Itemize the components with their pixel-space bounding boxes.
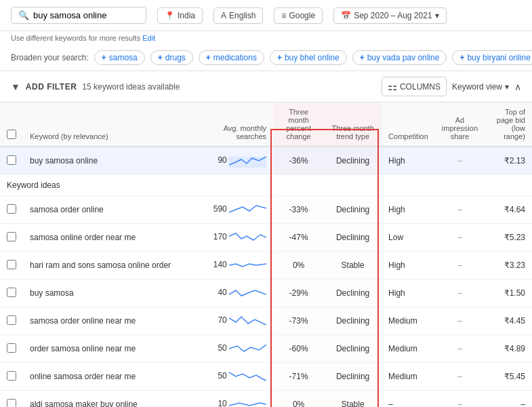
search-input-wrap[interactable]: 🔍	[11, 7, 146, 24]
collapse-button[interactable]: ∧	[514, 81, 521, 92]
row-keyword: samosa order online near me	[23, 307, 205, 335]
row-three-month-pct: -71%	[273, 363, 324, 391]
row-checkbox[interactable]	[7, 343, 16, 353]
table-row: buy samosa 40 -29% Declining High – ₹1.5…	[0, 279, 532, 307]
row-three-month-pct: -47%	[273, 224, 324, 252]
plus-icon: +	[206, 53, 211, 62]
calendar-icon: 📅	[341, 11, 351, 20]
row-competition: Medium	[382, 307, 435, 335]
sparkline	[229, 341, 266, 357]
filter-right: ⚏ COLUMNS Keyword view ▾ ∧	[382, 77, 521, 96]
filter-bar: ▼ ADD FILTER 15 keyword ideas available …	[0, 71, 532, 102]
row-three-month-pct: -29%	[273, 279, 324, 307]
broaden-tag-buy-biryani[interactable]: + buy biryani online	[452, 50, 532, 65]
top-of-page-bid-header: Top of page bid (low range)	[485, 102, 532, 147]
search-bar: 🔍 📍 India A English ≡ Google 📅 Sep 2020 …	[0, 0, 532, 31]
row-three-month-trend: Declining	[324, 307, 382, 335]
row-three-month-pct: -73%	[273, 307, 324, 335]
broaden-tag-label: samosa	[109, 53, 138, 62]
search-input[interactable]	[33, 10, 128, 20]
broaden-tag-buy-vada[interactable]: + buy vada pav online	[352, 50, 447, 65]
plus-icon: +	[277, 53, 282, 62]
table-header-row: Keyword (by relevance) Avg. monthly sear…	[0, 102, 532, 147]
language-label: English	[229, 11, 255, 20]
broaden-tag-label: drugs	[165, 53, 186, 62]
avg-monthly-header: Avg. monthly searches	[205, 102, 273, 147]
filter-left: ▼ ADD FILTER 15 keyword ideas available	[11, 81, 180, 92]
main-row-checkbox[interactable]	[7, 155, 16, 165]
row-ad-impression: –	[435, 391, 485, 408]
main-row-sparkline	[229, 153, 266, 169]
row-ad-impression: –	[435, 196, 485, 224]
broaden-tag-samosa[interactable]: + samosa	[94, 50, 145, 65]
row-keyword: aldi samosa maker buy online	[23, 391, 205, 408]
select-all-header	[0, 102, 23, 147]
broaden-tag-drugs[interactable]: + drugs	[150, 50, 193, 65]
row-three-month-pct: -33%	[273, 196, 324, 224]
row-ad-impression: –	[435, 335, 485, 363]
table-row: order samosa online near me 50 -60% Decl…	[0, 335, 532, 363]
keywords-table: Keyword (by relevance) Avg. monthly sear…	[0, 102, 532, 407]
row-keyword: online samosa order near me	[23, 363, 205, 391]
row-checkbox[interactable]	[7, 260, 16, 269]
network-icon: ≡	[281, 11, 286, 20]
location-label: India	[178, 11, 195, 20]
location-icon: 📍	[165, 11, 175, 20]
row-competition: High	[382, 252, 435, 279]
three-month-pct-header: Three month percent change	[273, 102, 324, 147]
row-top-bid: ₹4.64	[485, 196, 532, 224]
row-ad-impression: –	[435, 252, 485, 279]
plus-icon: +	[102, 53, 106, 62]
keyword-view-button[interactable]: Keyword view ▾	[452, 82, 509, 92]
row-checkbox[interactable]	[7, 288, 16, 297]
date-range-label: Sep 2020 – Aug 2021	[354, 11, 432, 20]
row-checkbox[interactable]	[7, 232, 16, 241]
row-top-bid: ₹4.89	[485, 335, 532, 363]
row-three-month-trend: Stable	[324, 391, 382, 408]
add-filter-button[interactable]: ADD FILTER	[26, 82, 77, 92]
edit-link[interactable]: Edit	[142, 34, 155, 42]
row-competition: Medium	[382, 335, 435, 363]
row-top-bid: ₹5.45	[485, 363, 532, 391]
plus-icon: +	[158, 53, 163, 62]
broaden-tag-label: buy biryani online	[467, 53, 530, 62]
section-header-cell: Keyword ideas	[0, 175, 532, 196]
broaden-tag-buy-bhel[interactable]: + buy bhel online	[270, 50, 347, 65]
row-checkbox[interactable]	[7, 204, 16, 214]
row-checkbox[interactable]	[7, 315, 16, 325]
ad-impression-header: Ad impression share	[435, 102, 485, 147]
row-avg-monthly: 590	[205, 196, 273, 224]
main-row-avg-monthly: 90	[205, 147, 273, 175]
main-row-keyword: buy samosa online	[23, 147, 205, 175]
language-filter[interactable]: A English	[213, 7, 263, 24]
row-top-bid: ₹4.45	[485, 307, 532, 335]
broaden-label: Broaden your search:	[11, 53, 89, 62]
row-checkbox[interactable]	[7, 371, 16, 381]
row-top-bid: ₹1.50	[485, 279, 532, 307]
three-month-trend-header: Three month trend type	[324, 102, 382, 147]
location-filter[interactable]: 📍 India	[157, 7, 203, 24]
row-three-month-pct: 0%	[273, 391, 324, 408]
main-keyword-row: buy samosa online 90 -36% Declining	[0, 147, 532, 175]
date-filter[interactable]: 📅 Sep 2020 – Aug 2021 ▾	[333, 7, 446, 24]
table-row: samosa order online 590 -33% Declining H…	[0, 196, 532, 224]
row-three-month-trend: Stable	[324, 252, 382, 279]
table-row: online samosa order near me 50 -71% Decl…	[0, 363, 532, 391]
sparkline	[229, 257, 266, 273]
plus-icon: +	[459, 53, 464, 62]
row-keyword: samosa online order near me	[23, 224, 205, 252]
broaden-tag-medications[interactable]: + medications	[199, 50, 264, 65]
row-checkbox[interactable]	[7, 399, 16, 408]
plus-icon: +	[360, 53, 365, 62]
table-row: samosa order online near me 70 -73% Decl…	[0, 307, 532, 335]
main-row-competition: High	[382, 147, 435, 175]
table-container: Keyword (by relevance) Avg. monthly sear…	[0, 102, 532, 407]
sparkline	[229, 285, 266, 301]
row-three-month-trend: Declining	[324, 363, 382, 391]
row-avg-monthly: 170	[205, 224, 273, 252]
columns-button[interactable]: ⚏ COLUMNS	[382, 77, 447, 96]
select-all-checkbox[interactable]	[7, 130, 16, 139]
edit-hint-text: Use different keywords for more results	[11, 34, 140, 42]
row-competition: High	[382, 196, 435, 224]
network-filter[interactable]: ≡ Google	[274, 7, 323, 24]
